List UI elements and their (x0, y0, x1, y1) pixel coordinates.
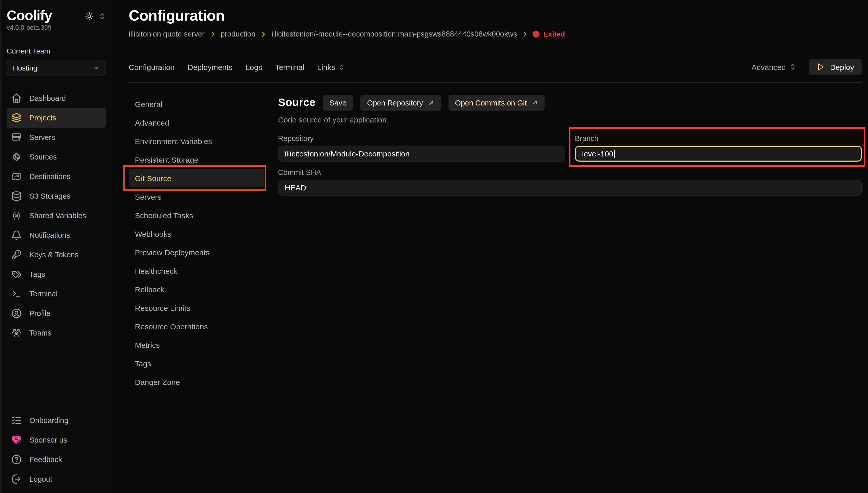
sidebar-item-label: Dashboard (29, 94, 66, 103)
subnav-item-danger-zone[interactable]: Danger Zone (129, 372, 263, 391)
open-commits-button[interactable]: Open Commits on Git (448, 95, 545, 111)
open-repository-button[interactable]: Open Repository (360, 95, 441, 111)
sidebar-item-profile[interactable]: Profile (7, 304, 106, 323)
sidebar: Coolify v4.0.0-beta.399 Current Team Hos… (0, 0, 113, 493)
team-select[interactable]: Hosting (7, 60, 106, 77)
sidebar-item-servers[interactable]: Servers (7, 128, 106, 147)
subnav-item-preview-deployments[interactable]: Preview Deployments (129, 243, 263, 261)
tab-links[interactable]: Links (317, 63, 345, 71)
tab-deployments[interactable]: Deployments (187, 63, 232, 71)
logout-icon (11, 474, 22, 484)
home-icon (11, 93, 22, 104)
current-team-label: Current Team (7, 47, 106, 55)
chevrons-up-down-icon (789, 63, 797, 70)
subnav-item-persistent-storage[interactable]: Persistent Storage (129, 150, 263, 169)
breadcrumb-environment[interactable]: production (220, 30, 255, 38)
sidebar-item-label: Logout (29, 475, 52, 483)
subnav-item-webhooks[interactable]: Webhooks (129, 224, 263, 243)
sidebar-item-s3-storages[interactable]: S3 Storages (7, 187, 106, 206)
deploy-button[interactable]: Deploy (809, 59, 862, 75)
bell-icon (11, 230, 22, 241)
sidebar-item-label: Shared Variables (29, 212, 86, 220)
app-version: v4.0.0-beta.399 (7, 24, 106, 31)
sidebar-item-label: Keys & Tokens (29, 251, 79, 259)
branch-label: Branch (575, 134, 862, 143)
chevron-right-icon (260, 30, 267, 37)
theme-toggle-sun-icon[interactable] (85, 12, 94, 21)
sidebar-item-shared-variables[interactable]: Shared Variables (7, 206, 106, 226)
branch-input[interactable]: level-100 (575, 146, 862, 162)
commit-sha-input[interactable] (278, 179, 862, 196)
sidebar-item-onboarding[interactable]: Onboarding (7, 411, 106, 430)
status-text: Exited (544, 30, 565, 38)
subnav-item-tags[interactable]: Tags (129, 354, 263, 372)
layers-icon (11, 113, 22, 123)
sidebar-item-label: S3 Storages (29, 192, 70, 200)
subnav-item-servers[interactable]: Servers (129, 187, 263, 206)
tab-links-label: Links (317, 63, 335, 71)
heart-handshake-icon (11, 435, 22, 445)
main-content: Configuration illicitonion quote server … (113, 0, 868, 493)
key-icon (11, 250, 22, 260)
map-icon (11, 172, 22, 182)
advanced-dropdown[interactable]: Advanced (751, 63, 797, 71)
subnav-item-git-source[interactable]: Git Source (129, 169, 263, 187)
tab-configuration[interactable]: Configuration (129, 63, 174, 71)
sidebar-item-projects[interactable]: Projects (7, 108, 106, 128)
sidebar-item-destinations[interactable]: Destinations (7, 167, 106, 187)
save-button[interactable]: Save (323, 95, 353, 111)
tab-logs[interactable]: Logs (246, 63, 262, 71)
database-icon (11, 191, 22, 201)
tab-bar: Configuration Deployments Logs Terminal … (129, 59, 862, 75)
text-cursor (614, 150, 615, 158)
chevron-down-icon (93, 65, 100, 72)
external-link-icon (531, 99, 538, 106)
chevron-right-icon (209, 30, 216, 37)
subnav-item-general[interactable]: General (129, 95, 263, 113)
status-badge: Exited (533, 30, 565, 38)
repository-input[interactable] (278, 146, 565, 162)
sidebar-item-notifications[interactable]: Notifications (7, 226, 106, 245)
sidebar-item-label: Feedback (29, 455, 62, 464)
chevron-right-icon (522, 30, 528, 37)
section-description: Code source of your application. (278, 115, 862, 124)
app-logo: Coolify (7, 8, 52, 23)
subnav-item-metrics[interactable]: Metrics (129, 336, 263, 354)
sidebar-item-label: Teams (29, 329, 51, 337)
sidebar-item-teams[interactable]: Teams (7, 323, 106, 343)
subnav-item-rollback[interactable]: Rollback (129, 280, 263, 299)
advanced-label: Advanced (751, 63, 786, 71)
page-title: Configuration (129, 7, 862, 24)
sidebar-item-label: Destinations (29, 173, 70, 181)
sidebar-item-label: Servers (29, 133, 55, 142)
subnav-item-resource-operations[interactable]: Resource Operations (129, 317, 263, 336)
tab-terminal[interactable]: Terminal (275, 63, 304, 71)
git-icon (11, 152, 22, 163)
sidebar-item-sponsor-us[interactable]: Sponsor us (7, 430, 106, 450)
subnav-item-git-source-label: Git Source (135, 174, 171, 183)
breadcrumb-application[interactable]: illicitestonion/-module--decomposition:m… (271, 30, 517, 38)
subnav-item-healthcheck[interactable]: Healthcheck (129, 261, 263, 280)
sidebar-item-tags[interactable]: Tags (7, 265, 106, 284)
sidebar-item-feedback[interactable]: Feedback (7, 450, 106, 469)
sidebar-item-terminal[interactable]: Terminal (7, 284, 106, 304)
theme-switcher-chevrons-icon[interactable] (98, 12, 106, 20)
repository-field: Repository (278, 134, 565, 162)
sidebar-item-sources[interactable]: Sources (7, 147, 106, 167)
sidebar-item-logout[interactable]: Logout (7, 469, 106, 489)
subnav-item-resource-limits[interactable]: Resource Limits (129, 299, 263, 317)
team-select-value: Hosting (13, 64, 37, 72)
checklist-icon (11, 415, 22, 426)
sidebar-item-label: Tags (29, 271, 45, 279)
breadcrumb-project[interactable]: illicitonion quote server (129, 30, 205, 38)
sidebar-item-label: Notifications (29, 231, 70, 239)
sidebar-nav: Dashboard Projects Servers Sources Desti… (7, 89, 106, 343)
subnav-item-advanced[interactable]: Advanced (129, 113, 263, 132)
subnav-item-environment-variables[interactable]: Environment Variables (129, 132, 263, 150)
sidebar-item-keys-tokens[interactable]: Keys & Tokens (7, 245, 106, 265)
sidebar-footer: Onboarding Sponsor us Feedback Logout (7, 411, 106, 489)
subnav-item-scheduled-tasks[interactable]: Scheduled Tasks (129, 206, 263, 224)
repository-label: Repository (278, 134, 565, 143)
sidebar-item-dashboard[interactable]: Dashboard (7, 89, 106, 108)
commit-sha-field: Commit SHA (278, 168, 862, 196)
